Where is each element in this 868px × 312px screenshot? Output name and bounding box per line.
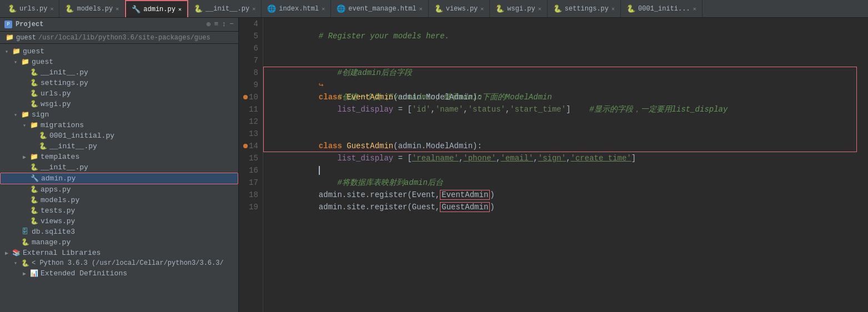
- tab-icon-admin: 🔧: [132, 5, 141, 14]
- tab-label-init: __init__.py: [205, 5, 249, 13]
- tab-models[interactable]: 🐍 models.py ✕: [59, 0, 125, 18]
- label-init-guest: __init__.py: [41, 68, 88, 77]
- code-lines-container[interactable]: # Register your models here. #创建admin后台字…: [263, 18, 868, 312]
- code-line-12: [272, 115, 868, 128]
- tab-close-models[interactable]: ✕: [116, 6, 119, 12]
- sidebar-tools: ⊕ ≡ ↕ −: [207, 20, 234, 29]
- label-settings: settings.py: [41, 79, 88, 87]
- py-icon-python363: 🐍: [20, 259, 30, 267]
- sidebar-item-urls[interactable]: 🐍 urls.py: [0, 88, 238, 99]
- arrow-guest-root: ▾: [2, 48, 11, 55]
- code-content: 4 5 6 7 8 9 10 11 12 13 14 15 16 17 18 1: [239, 18, 868, 312]
- file-tree: ▾ 📁 guest ▾ 📁 guest 🐍 __init__.py: [0, 44, 238, 312]
- py-icon-views: 🐍: [29, 218, 39, 225]
- tab-initial[interactable]: 🐍 0001_initi... ✕: [621, 0, 703, 18]
- tab-settings[interactable]: 🐍 settings.py ✕: [548, 0, 621, 18]
- close-paren-18: ): [490, 203, 494, 212]
- tab-views[interactable]: 🐍 views.py ✕: [429, 0, 490, 18]
- tool-icon-4[interactable]: −: [229, 20, 234, 29]
- code-line-18: admin.site.register(Guest,GuestAdmin): [272, 189, 868, 201]
- py-icon-wsgi: 🐍: [29, 100, 39, 108]
- py-icon-manage: 🐍: [20, 239, 30, 246]
- code-line-7: #创建admin后台字段: [272, 54, 868, 67]
- tab-close-wsgi[interactable]: ✕: [538, 6, 541, 12]
- tab-icon-index: 🌐: [267, 4, 276, 13]
- tool-icon-3[interactable]: ↕: [222, 20, 226, 29]
- folder-icon-migrations: 📁: [29, 122, 39, 129]
- tab-label-urls: urls.py: [19, 5, 47, 13]
- sidebar-item-guest-root[interactable]: ▾ 📁 guest: [0, 46, 238, 57]
- folder-icon-sign: 📁: [20, 111, 30, 119]
- py-icon-init-sign: 🐍: [29, 164, 39, 172]
- code-editor[interactable]: 4 5 6 7 8 9 10 11 12 13 14 15 16 17 18 1: [239, 18, 868, 312]
- tab-init[interactable]: 🐍 __init__.py ✕: [188, 0, 262, 18]
- tab-close-init[interactable]: ✕: [252, 6, 255, 12]
- label-init-sign: __init__.py: [41, 163, 88, 172]
- tab-icon-event-manage: 🌐: [337, 4, 345, 13]
- sidebar-item-db[interactable]: 🗄 db.sqlite3: [0, 227, 238, 237]
- sidebar-item-wsgi[interactable]: 🐍 wsgi.py: [0, 99, 238, 109]
- tool-icon-1[interactable]: ⊕: [207, 20, 211, 29]
- inline-box-guestadmin: GuestAdmin: [440, 202, 490, 212]
- sidebar-item-init-sign[interactable]: 🐍 __init__.py: [0, 162, 238, 173]
- sidebar-item-0001[interactable]: 🐍 0001_initial.py: [0, 130, 238, 141]
- tab-close-admin[interactable]: ✕: [178, 6, 182, 13]
- tab-wsgi[interactable]: 🐍 wsgi.py ✕: [490, 0, 547, 18]
- sidebar-item-init-migrations[interactable]: 🐍 __init__.py: [0, 141, 238, 152]
- sidebar-item-migrations[interactable]: ▾ 📁 migrations: [0, 120, 238, 130]
- project-label: Project: [16, 21, 43, 28]
- tab-urls[interactable]: 🐍 urls.py ✕: [2, 0, 59, 18]
- tab-label-models: models.py: [77, 5, 113, 13]
- py-icon-admin: 🔧: [29, 175, 39, 183]
- label-wsgi: wsgi.py: [41, 100, 71, 108]
- py-icon-models: 🐍: [29, 197, 39, 204]
- ln-13: 13: [243, 128, 258, 140]
- tab-admin[interactable]: 🔧 admin.py ✕: [125, 0, 188, 18]
- tab-index[interactable]: 🌐 index.html ✕: [262, 0, 331, 18]
- sidebar-item-settings[interactable]: 🐍 settings.py: [0, 78, 238, 88]
- libs-icon: 📚: [11, 249, 21, 257]
- sidebar-item-sign[interactable]: ▾ 📁 sign: [0, 109, 238, 120]
- tab-close-index[interactable]: ✕: [322, 6, 325, 12]
- sidebar-item-init-guest[interactable]: 🐍 __init__.py: [0, 67, 238, 78]
- tab-icon-init: 🐍: [194, 4, 203, 13]
- ln-6: 6: [243, 42, 258, 54]
- tool-icon-2[interactable]: ≡: [214, 20, 219, 29]
- sidebar: P Project ⊕ ≡ ↕ − 📁 guest /usr/local/lib…: [0, 18, 239, 312]
- folder-icon-guest-pkg: 📁: [20, 58, 30, 66]
- label-templates: templates: [41, 153, 79, 161]
- tab-close-views[interactable]: ✕: [480, 6, 484, 12]
- tab-close-initial[interactable]: ✕: [693, 6, 696, 12]
- tab-label-settings: settings.py: [565, 5, 609, 13]
- tab-close-urls[interactable]: ✕: [50, 6, 53, 12]
- ln-5: 5: [243, 30, 258, 42]
- sidebar-item-external-libs[interactable]: ▶ 📚 External Libraries: [0, 248, 238, 258]
- tab-bar: 🐍 urls.py ✕ 🐍 models.py ✕ 🔧 admin.py ✕ 🐍…: [0, 0, 868, 18]
- sidebar-item-python363[interactable]: ▾ 🐍 < Python 3.6.3 (/usr/local/Cellar/py…: [0, 258, 238, 268]
- ln-17: 17: [243, 177, 258, 189]
- arrow-templates: ▶: [20, 154, 29, 160]
- sidebar-item-admin[interactable]: 🔧 admin.py: [0, 173, 238, 184]
- label-0001: 0001_initial.py: [49, 132, 114, 140]
- breakpoint-14: [243, 144, 248, 148]
- label-external-libs: External Libraries: [23, 249, 101, 257]
- sidebar-item-apps[interactable]: 🐍 apps.py: [0, 184, 238, 195]
- label-db: db.sqlite3: [32, 228, 75, 236]
- sidebar-item-guest-pkg[interactable]: ▾ 📁 guest: [0, 57, 238, 67]
- label-views: views.py: [41, 217, 75, 225]
- tab-event-manage[interactable]: 🌐 event_manage.html ✕: [331, 0, 428, 18]
- tab-close-settings[interactable]: ✕: [611, 6, 615, 12]
- label-manage: manage.py: [32, 238, 71, 246]
- tab-close-event-manage[interactable]: ✕: [419, 6, 423, 12]
- sidebar-item-manage[interactable]: 🐍 manage.py: [0, 237, 238, 248]
- label-init-migrations: __init__.py: [49, 142, 97, 150]
- code-line-5: [272, 30, 868, 42]
- sidebar-item-views[interactable]: 🐍 views.py: [0, 216, 238, 227]
- sidebar-item-templates[interactable]: ▶ 📁 templates: [0, 152, 238, 162]
- sidebar-item-tests[interactable]: 🐍 tests.py: [0, 205, 238, 216]
- ln-7: 7: [243, 54, 258, 67]
- code-line-6: [272, 42, 868, 54]
- sidebar-item-ext-defs[interactable]: ▶ 📊 Extended Definitions: [0, 268, 238, 279]
- sidebar-item-models[interactable]: 🐍 models.py: [0, 195, 238, 205]
- code-line-4: # Register your models here.: [272, 18, 868, 30]
